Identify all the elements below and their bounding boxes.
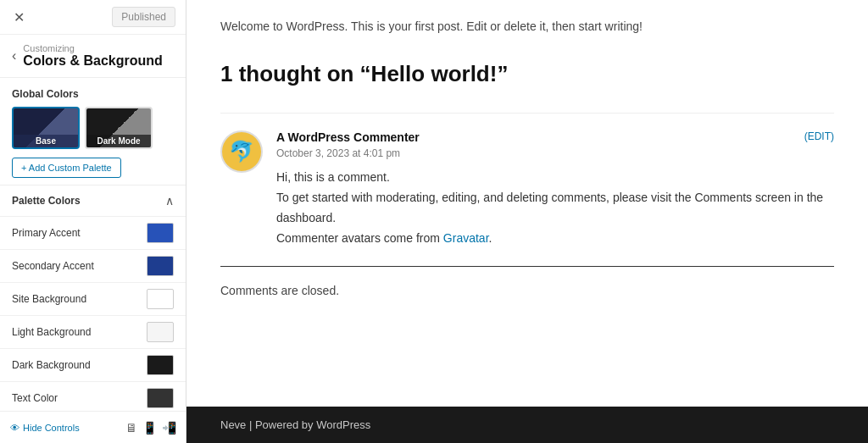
footer-text: Neve | Powered by WordPress <box>220 418 370 431</box>
site-background-swatch[interactable] <box>147 289 174 309</box>
chevron-up-icon: ∧ <box>165 194 174 208</box>
comment-body: A WordPress Commenter (EDIT) October 3, … <box>276 130 834 248</box>
base-swatch-label: Base <box>14 135 78 147</box>
avatar-emoji: 🐬 <box>229 140 254 163</box>
site-background-label: Site Background <box>12 293 86 305</box>
darkmode-swatch-label: Dark Mode <box>86 135 151 147</box>
breadcrumb: ‹ Customizing Colors & Background <box>0 35 186 78</box>
customizer-panel: ✕ Published ‹ Customizing Colors & Backg… <box>0 0 186 443</box>
preview-panel: Welcome to WordPress. This is your first… <box>186 0 868 443</box>
commenter-name: A WordPress Commenter <box>276 130 420 144</box>
view-icons: 🖥 📱 📲 <box>125 421 176 435</box>
palette-colors-title: Palette Colors <box>12 195 81 207</box>
color-row-secondary-accent: Secondary Accent <box>0 249 186 282</box>
text-color-label: Text Color <box>12 392 58 404</box>
bottom-bar: 👁 Hide Controls 🖥 📱 📲 <box>0 411 186 443</box>
global-colors-section: Global Colors Base Dark Mode + Add Custo… <box>0 78 186 185</box>
palette-colors-section: Palette Colors ∧ Primary Accent Secondar… <box>0 185 186 443</box>
mobile-view-button[interactable]: 📲 <box>162 421 176 435</box>
comment-date: October 3, 2023 at 4:01 pm <box>276 147 834 159</box>
comment-item: 🐬 A WordPress Commenter (EDIT) October 3… <box>220 130 834 248</box>
text-color-swatch[interactable] <box>147 388 174 408</box>
comment-line1: Hi, this is a comment. <box>276 170 390 184</box>
section-title: Colors & Background <box>23 53 162 69</box>
add-palette-button[interactable]: + Add Custom Palette <box>12 158 121 178</box>
comment-line3-suffix: . <box>489 231 492 245</box>
eye-icon: 👁 <box>10 423 19 433</box>
comment-text: Hi, this is a comment. To get started wi… <box>276 168 834 248</box>
edit-comment-link[interactable]: (EDIT) <box>804 130 834 142</box>
secondary-accent-swatch[interactable] <box>147 256 174 276</box>
hide-controls-label: Hide Controls <box>23 423 80 433</box>
secondary-accent-label: Secondary Accent <box>12 260 94 272</box>
tablet-view-button[interactable]: 📱 <box>142 421 157 435</box>
back-button[interactable]: ‹ <box>12 48 16 64</box>
avatar: 🐬 <box>220 130 263 173</box>
darkmode-swatch[interactable]: Dark Mode <box>85 107 153 149</box>
gravatar-link[interactable]: Gravatar <box>443 231 489 245</box>
comment-divider <box>220 266 834 267</box>
color-rows-container: Primary Accent Secondary Accent Site Bac… <box>0 216 186 443</box>
comments-closed: Comments are closed. <box>220 284 834 297</box>
light-background-swatch[interactable] <box>147 322 174 342</box>
color-row-dark-background: Dark Background <box>0 348 186 381</box>
comment-line2: To get started with moderating, editing,… <box>276 191 823 224</box>
desktop-view-button[interactable]: 🖥 <box>125 421 137 435</box>
dark-background-label: Dark Background <box>12 359 91 371</box>
close-button[interactable]: ✕ <box>10 8 28 27</box>
left-content: Global Colors Base Dark Mode + Add Custo… <box>0 78 186 443</box>
preview-footer: Neve | Powered by WordPress <box>186 407 868 443</box>
top-bar: ✕ Published <box>0 0 186 35</box>
light-background-label: Light Background <box>12 326 91 338</box>
palette-swatches: Base Dark Mode <box>12 107 174 149</box>
welcome-text: Welcome to WordPress. This is your first… <box>220 17 834 36</box>
comment-header: A WordPress Commenter (EDIT) <box>276 130 834 144</box>
color-row-site-background: Site Background <box>0 282 186 315</box>
color-row-light-background: Light Background <box>0 315 186 348</box>
base-swatch[interactable]: Base <box>12 107 80 149</box>
primary-accent-label: Primary Accent <box>12 227 81 239</box>
color-row-text-color: Text Color <box>0 381 186 414</box>
published-button[interactable]: Published <box>112 7 175 27</box>
global-colors-label: Global Colors <box>12 88 174 100</box>
color-row-primary-accent: Primary Accent <box>0 216 186 249</box>
comment-section: 🐬 A WordPress Commenter (EDIT) October 3… <box>220 113 834 296</box>
hide-controls-button[interactable]: 👁 Hide Controls <box>10 423 80 433</box>
preview-content: Welcome to WordPress. This is your first… <box>186 0 868 407</box>
customizing-label: Customizing <box>23 43 162 53</box>
breadcrumb-text: Customizing Colors & Background <box>23 43 162 69</box>
primary-accent-swatch[interactable] <box>147 223 174 243</box>
post-title: 1 thought on “Hello world!” <box>220 61 834 87</box>
palette-colors-header[interactable]: Palette Colors ∧ <box>0 186 186 216</box>
comment-line3-prefix: Commenter avatars come from <box>276 231 443 245</box>
dark-background-swatch[interactable] <box>147 355 174 375</box>
